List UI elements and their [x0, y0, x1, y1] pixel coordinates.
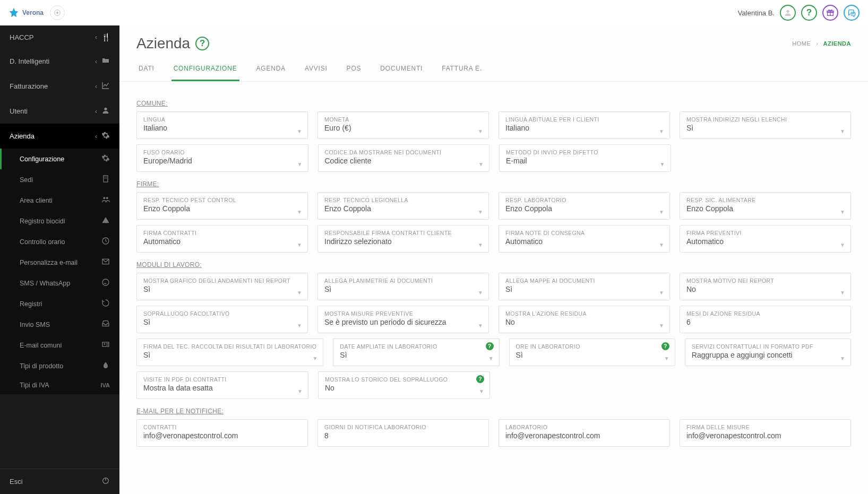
chevron-down-icon: ▼ — [478, 290, 483, 296]
sidebar-item-azienda[interactable]: Azienda ‹ — [0, 124, 119, 149]
chevron-right-icon: › — [816, 40, 818, 47]
svg-point-17 — [102, 279, 109, 285]
field-date-ampliate-lab[interactable]: ?DATE AMPLIATE IN LABORATORIOSì▼ — [333, 339, 499, 366]
field-mostra-storico-sopralluogo[interactable]: ?MOSTRA LO STORICO DEL SOPRALLUOGONo▼ — [318, 371, 490, 399]
iva-badge: IVA — [100, 382, 110, 388]
field-firma-preventivi[interactable]: FIRMA PREVENTIVIAutomatico▼ — [680, 225, 851, 253]
field-firma-tec-risultati[interactable]: FIRMA DEL TEC. RACCOLTA DEI RISULTATI DI… — [136, 339, 323, 366]
sub-tipi-prodotto[interactable]: Tipi di prodotto — [0, 356, 119, 376]
page-header: Azienda ? HOME › AZIENDA — [119, 25, 868, 57]
field-fuso-orario[interactable]: FUSO ORARIOEurope/Madrid▼ — [136, 144, 308, 172]
field-giorni-notifica-lab[interactable]: GIORNI DI NOTIFICA LABORATORIO8 — [317, 419, 489, 447]
svg-rect-10 — [106, 177, 107, 177]
field-email-firma-misure[interactable]: FIRMA DELLE MISUREinfo@veronapestcontrol… — [680, 419, 851, 447]
mail-icon — [101, 257, 110, 267]
sub-sedi[interactable]: Sedi — [0, 169, 119, 190]
help-button[interactable]: ? — [801, 5, 817, 21]
chevron-down-icon: ▼ — [660, 161, 665, 167]
breadcrumb-current: AZIENDA — [823, 40, 851, 47]
user-avatar-button[interactable] — [780, 5, 796, 21]
field-firma-note-consegna[interactable]: FIRMA NOTE DI CONSEGNAAutomatico▼ — [499, 225, 670, 253]
tab-documenti[interactable]: DOCUMENTI — [378, 57, 425, 81]
chevron-down-icon: ▼ — [297, 128, 302, 134]
field-resp-laboratorio[interactable]: RESP. LABORATORIOEnzo Coppola▼ — [499, 192, 670, 220]
sub-area-clienti[interactable]: Area clienti — [0, 190, 119, 211]
tab-agenda[interactable]: AGENDA — [254, 57, 288, 81]
field-email-laboratorio[interactable]: LABORATORIOinfo@veronapestcontrol.com — [499, 419, 670, 447]
chat-button[interactable] — [844, 5, 860, 21]
brand-text: Verona — [22, 9, 44, 16]
tab-pos[interactable]: POS — [345, 57, 364, 81]
sidebar-item-fatturazione[interactable]: Fatturazione ‹ — [0, 74, 119, 99]
sidebar: HACCP ‹ 🍴 D. Intelligenti ‹ Fatturazione… — [0, 25, 119, 494]
tab-fattura-e[interactable]: FATTURA E. — [440, 57, 484, 81]
field-mostra-motivo[interactable]: MOSTRA MOTIVO NEI REPORTNo▼ — [680, 273, 851, 300]
sidebar-item-haccp[interactable]: HACCP ‹ 🍴 — [0, 25, 119, 49]
field-mostra-misure-preventive[interactable]: MOSTRA MISURE PREVENTIVESe è previsto un… — [317, 306, 489, 333]
chevron-down-icon: ▼ — [312, 356, 317, 361]
field-lingua[interactable]: LINGUAItaliano▼ — [136, 111, 308, 139]
gift-button[interactable] — [822, 5, 838, 21]
inbox-icon — [101, 319, 110, 330]
sidebar-exit[interactable]: Esci — [0, 469, 119, 494]
tab-dati[interactable]: DATI — [136, 57, 157, 81]
breadcrumb-home[interactable]: HOME — [792, 40, 811, 47]
sub-personalizza-email[interactable]: Personalizza e-mail — [0, 252, 119, 273]
sidebar-item-intelligenti[interactable]: D. Intelligenti ‹ — [0, 49, 119, 74]
sub-registro-biocidi[interactable]: Registro biocidi — [0, 211, 119, 231]
folder-icon — [101, 56, 110, 66]
page-help-button[interactable]: ? — [195, 37, 209, 50]
sub-sms-whatsapp[interactable]: SMS / WhatsApp — [0, 273, 119, 293]
field-mostra-grafico[interactable]: MOSTRA GRAFICO DEGLI ANDAMENTI NEI REPOR… — [136, 273, 308, 300]
users-icon — [101, 195, 110, 205]
sub-registri[interactable]: Registri — [0, 293, 119, 314]
tab-configurazione[interactable]: CONFIGURAZIONE — [171, 57, 239, 81]
field-moneta[interactable]: MONETAEuro (€)▼ — [317, 111, 489, 139]
field-servizi-contrattuali-pdf[interactable]: SERVIZI CONTRATTUALI IN FORMATO PDFRaggr… — [685, 339, 851, 366]
field-codice-documenti[interactable]: CODICE DA MOSTRARE NEI DOCUMENTICodice c… — [318, 144, 490, 172]
chevron-down-icon: ▼ — [659, 323, 664, 328]
sub-configurazione[interactable]: Configurazione — [0, 149, 119, 169]
field-visite-pdf-contratti[interactable]: VISITE IN PDF DI CONTRATTIMostra la data… — [136, 371, 308, 399]
chart-icon — [101, 81, 110, 91]
pin-sidebar-button[interactable] — [50, 5, 65, 20]
field-help-icon[interactable]: ? — [661, 342, 669, 350]
sub-controllo-orario[interactable]: Controllo orario — [0, 231, 119, 252]
chevron-left-icon: ‹ — [95, 58, 97, 65]
utensils-icon: 🍴 — [101, 33, 110, 41]
field-resp-firma-cliente[interactable]: RESPONSABILE FIRMA CONTRATTI CLIENTEIndi… — [317, 225, 489, 253]
svg-point-3 — [786, 10, 789, 13]
chevron-down-icon: ▼ — [297, 323, 302, 328]
sidebar-item-utenti[interactable]: Utenti ‹ — [0, 99, 119, 124]
field-allega-planimetrie[interactable]: ALLEGA PLANIMETRIE AI DOCUMENTISì▼ — [317, 273, 489, 300]
field-allega-mappe[interactable]: ALLEGA MAPPE AI DOCUMENTISì▼ — [499, 273, 670, 300]
chevron-down-icon: ▼ — [659, 128, 664, 134]
field-help-icon[interactable]: ? — [486, 342, 494, 350]
chevron-down-icon: ▼ — [297, 161, 303, 167]
breadcrumb: HOME › AZIENDA — [792, 40, 851, 47]
field-help-icon[interactable]: ? — [476, 375, 484, 383]
field-ore-laboratorio[interactable]: ?ORE IN LABORATORIOSì▼ — [509, 339, 675, 366]
field-resp-legionella[interactable]: RESP. TECNICO LEGIONELLAEnzo Coppola▼ — [317, 192, 489, 220]
field-mostra-azione-residua[interactable]: MOSTRA L'AZIONE RESIDUANo▼ — [499, 306, 670, 333]
svg-point-14 — [106, 197, 108, 199]
field-firma-contratti[interactable]: FIRMA CONTRATTIAutomatico▼ — [136, 225, 308, 253]
tab-avvisi[interactable]: AVVISI — [303, 57, 330, 81]
sub-email-comuni[interactable]: E-mail comuni — [0, 335, 119, 356]
svg-point-19 — [104, 343, 106, 345]
app-logo[interactable]: Verona — [8, 7, 44, 18]
field-email-contratti[interactable]: CONTRATTIinfo@veronapestcontrol.com — [136, 419, 308, 447]
id-card-icon — [101, 340, 110, 350]
sub-tipi-iva[interactable]: Tipi di IVAIVA — [0, 376, 119, 394]
gear-icon — [101, 154, 110, 164]
field-lingua-clienti[interactable]: LINGUA ABITUALE PER I CLIENTIItaliano▼ — [499, 111, 670, 139]
field-resp-sic-alimentare[interactable]: RESP. SIC. ALIMENTAREEnzo Coppola▼ — [680, 192, 851, 220]
field-resp-pest-control[interactable]: RESP. TECNICO PEST CONTROLEnzo Coppola▼ — [136, 192, 308, 220]
chevron-down-icon: ▼ — [297, 209, 302, 215]
field-metodo-invio[interactable]: METODO DI INVIO PER DIFETTOE-mail▼ — [499, 144, 671, 172]
sub-invio-sms[interactable]: Invio SMS — [0, 314, 119, 335]
svg-rect-9 — [105, 177, 105, 177]
field-mostra-indirizzi[interactable]: MOSTRA INDIRIZZI NEGLI ELENCHISì▼ — [680, 111, 851, 139]
field-sopralluogo-facoltativo[interactable]: SOPRALLUOGO FACOLTATIVOSì▼ — [136, 306, 308, 333]
field-mesi-azione-residua[interactable]: MESI DI AZIONE RESIDUA6 — [680, 306, 851, 333]
